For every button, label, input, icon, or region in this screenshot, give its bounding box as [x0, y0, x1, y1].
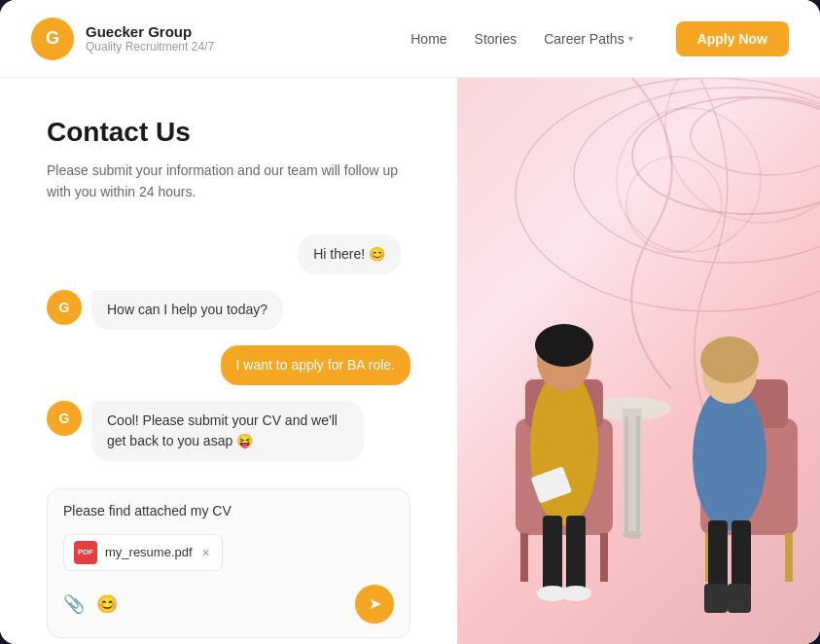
header: G Guecker Group Quality Recruitment 24/7… — [0, 0, 820, 78]
remove-file-button[interactable]: × — [200, 545, 212, 560]
svg-rect-21 — [566, 516, 586, 593]
page-subtitle: Please submit your information and our t… — [47, 160, 410, 203]
attach-icon[interactable]: 📎 — [63, 593, 85, 615]
message-row: Hi there! 😊 — [47, 234, 410, 274]
chat-bubble-4: Cool! Please submit your CV and we'll ge… — [91, 401, 364, 461]
main-content: Contact Us Please submit your informatio… — [0, 78, 820, 644]
logo-text: Guecker Group Quality Recruitment 24/7 — [86, 23, 214, 54]
chat-bubble-1: Hi there! 😊 — [298, 234, 401, 274]
message-row: I want to apply for BA role. — [47, 345, 410, 385]
svg-rect-33 — [749, 457, 763, 496]
attachment-chip: PDF my_resume.pdf × — [63, 534, 223, 571]
message-row: G Cool! Please submit your CV and we'll … — [47, 401, 410, 461]
left-panel: Contact Us Please submit your informatio… — [0, 78, 457, 644]
svg-rect-7 — [624, 416, 628, 533]
message-input-area[interactable]: Please find attached my CV PDF my_resume… — [47, 488, 410, 638]
svg-point-19 — [535, 324, 593, 367]
svg-rect-12 — [600, 533, 608, 582]
main-nav: Home Stories Career Paths ▾ Apply Now — [410, 21, 789, 56]
svg-rect-31 — [704, 584, 728, 613]
bot-avatar: G — [47, 290, 82, 325]
svg-rect-20 — [543, 516, 562, 593]
hero-image — [457, 78, 820, 644]
svg-point-23 — [560, 586, 591, 601]
person-right — [693, 337, 767, 613]
nav-career-paths[interactable]: Career Paths ▾ — [544, 31, 632, 47]
left-input-actions: 📎 😊 — [63, 593, 118, 615]
input-actions: 📎 😊 ➤ — [63, 585, 394, 624]
apply-now-button[interactable]: Apply Now — [676, 21, 789, 56]
logo-area: G Guecker Group Quality Recruitment 24/7 — [31, 18, 410, 60]
company-tagline: Quality Recruitment 24/7 — [86, 40, 214, 54]
pdf-icon: PDF — [74, 541, 97, 564]
bot-avatar-2: G — [47, 401, 82, 436]
person-left — [528, 324, 598, 601]
page-title: Contact Us — [47, 117, 410, 148]
chat-bubble-3: I want to apply for BA role. — [221, 345, 410, 385]
nav-stories[interactable]: Stories — [475, 31, 517, 47]
file-name: my_resume.pdf — [105, 545, 193, 559]
right-panel — [457, 78, 820, 644]
send-button[interactable]: ➤ — [355, 585, 394, 624]
svg-point-28 — [700, 337, 759, 383]
chat-area: Hi there! 😊 G How can I help you today? … — [47, 234, 410, 461]
company-name: Guecker Group — [86, 23, 214, 40]
message-row: G How can I help you today? — [47, 290, 410, 330]
app-window: G Guecker Group Quality Recruitment 24/7… — [0, 0, 820, 644]
emoji-icon[interactable]: 😊 — [96, 593, 118, 615]
logo-icon: G — [31, 18, 74, 60]
svg-rect-11 — [520, 533, 528, 582]
message-input-text[interactable]: Please find attached my CV — [63, 503, 394, 522]
svg-rect-8 — [636, 416, 640, 533]
decorative-swirl-3 — [625, 156, 723, 253]
svg-rect-32 — [728, 584, 751, 613]
send-icon: ➤ — [369, 594, 381, 613]
chevron-down-icon: ▾ — [628, 33, 633, 44]
svg-rect-16 — [785, 533, 793, 582]
chat-bubble-2: How can I help you today? — [91, 290, 283, 330]
nav-home[interactable]: Home — [410, 31, 446, 47]
